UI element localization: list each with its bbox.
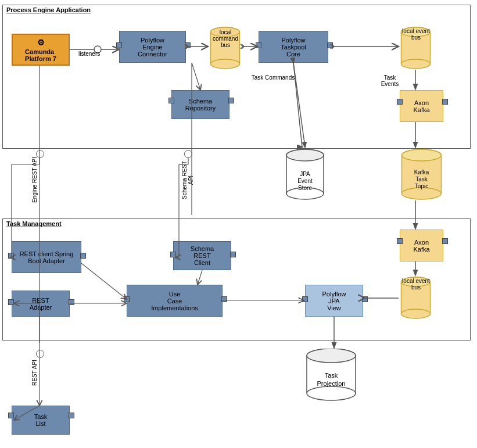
svg-point-34 [401, 309, 431, 318]
rest-adapter-box: RESTAdapter [12, 291, 70, 317]
svg-text:Event: Event [297, 178, 313, 184]
engine-connector-port-right [185, 42, 191, 48]
jpa-view-port-right [362, 296, 368, 302]
schema-rest-client-box: SchemaRESTClient [173, 241, 231, 270]
taskpool-core-label: PolyflowTaskpoolCore [281, 37, 306, 58]
event-bus-bot-label: local event bus [399, 278, 433, 291]
rest-client-adapter-label: REST client Spring Boot Adapter [12, 250, 81, 264]
svg-point-4 [211, 59, 240, 69]
task-list-port-right [69, 413, 74, 418]
axon-kafka-mid-box: AxonKafka [400, 230, 443, 261]
use-case-port-left [124, 296, 130, 302]
task-list-port-left [8, 413, 14, 418]
cmd-bus-label: local command bus [208, 29, 243, 48]
rest-client-port-left [8, 253, 14, 259]
svg-point-26 [402, 149, 442, 161]
engine-connector-port-left [116, 42, 122, 48]
schema-repo-box: SchemaRepository [171, 90, 229, 119]
axon-kafka-mid-label: AxonKafka [413, 239, 429, 253]
jpa-view-port-left [302, 296, 308, 302]
taskpool-port-right [327, 42, 333, 48]
rest-api-circle [36, 350, 44, 358]
rest-client-port-right [80, 253, 86, 259]
task-events-label: Task Events [375, 74, 404, 87]
rest-adapter-label: RESTAdapter [30, 297, 52, 311]
schema-rest-api-circle [184, 150, 192, 158]
event-bus-top-label: local event bus [399, 28, 433, 41]
engine-connector-label: PolyflowEngineConnector [138, 37, 167, 58]
axon-kafka-top-label: AxonKafka [413, 99, 429, 113]
svg-point-10 [401, 59, 431, 69]
axon-kafka-top-box: AxonKafka [400, 90, 443, 122]
engine-rest-api-circle [36, 150, 44, 158]
taskpool-port-left [256, 42, 261, 48]
schema-repo-port-right [228, 98, 234, 103]
diagram-container: Process Engine Application Task Manageme… [0, 0, 477, 448]
use-case-port-right [221, 296, 227, 302]
axon-kafka-mid-port-right [442, 238, 448, 244]
task-list-box: TaskList [12, 406, 70, 435]
schema-rest-client-port-left [170, 252, 176, 257]
rest-adapter-port-left [8, 299, 14, 305]
svg-text:Projection: Projection [317, 380, 346, 387]
schema-repo-label: SchemaRepository [185, 98, 216, 112]
use-case-box: UseCaseImplementations [127, 285, 223, 317]
use-case-label: UseCaseImplementations [151, 291, 198, 311]
jpa-view-label: PolyflowJPAView [322, 291, 346, 311]
svg-text:Task: Task [325, 372, 338, 379]
task-management-label: Task Management [6, 220, 62, 227]
rest-adapter-port-right [69, 299, 74, 305]
schema-repo-port-left [168, 98, 174, 103]
axon-kafka-top-port-right [442, 99, 448, 105]
svg-point-40 [307, 386, 356, 400]
task-list-label: TaskList [34, 413, 48, 427]
svg-point-25 [402, 188, 442, 199]
svg-text:Kafka: Kafka [414, 169, 429, 175]
svg-text:Task: Task [415, 176, 428, 182]
engine-connector-box: PolyflowEngineConnector [119, 31, 186, 63]
svg-text:JPA: JPA [300, 171, 310, 177]
axon-kafka-mid-port-left [397, 238, 403, 244]
axon-kafka-top-port-left [397, 99, 403, 105]
schema-rest-client-label: SchemaRESTClient [191, 245, 214, 266]
svg-text:Store: Store [298, 185, 312, 191]
camunda-box: ⚙ Camunda Platform 7 [12, 34, 70, 66]
camunda-label: Camunda Platform 7 [25, 48, 56, 62]
jpa-view-box: PolyflowJPAView [305, 285, 363, 317]
schema-rest-api-label: Schema REST API [181, 157, 194, 203]
task-commands-label: Task Commands [250, 74, 296, 81]
svg-text:Topic: Topic [415, 183, 428, 189]
rest-client-adapter-box: REST client Spring Boot Adapter [12, 241, 81, 273]
camunda-icon: ⚙ [37, 38, 45, 47]
jpa-event-store: JPA Event Store [285, 148, 325, 200]
kafka-task-topic: Kafka Task Topic [400, 148, 443, 200]
taskpool-core-box: PolyflowTaskpoolCore [259, 31, 328, 63]
svg-point-41 [307, 349, 356, 363]
svg-point-17 [286, 149, 324, 161]
task-projection: Task Projection [305, 349, 357, 401]
rest-api-label: REST API [31, 356, 38, 390]
schema-rest-client-port-right [230, 252, 236, 257]
engine-rest-api-label: Engine REST API [31, 157, 38, 203]
process-engine-label: Process Engine Application [6, 6, 91, 13]
